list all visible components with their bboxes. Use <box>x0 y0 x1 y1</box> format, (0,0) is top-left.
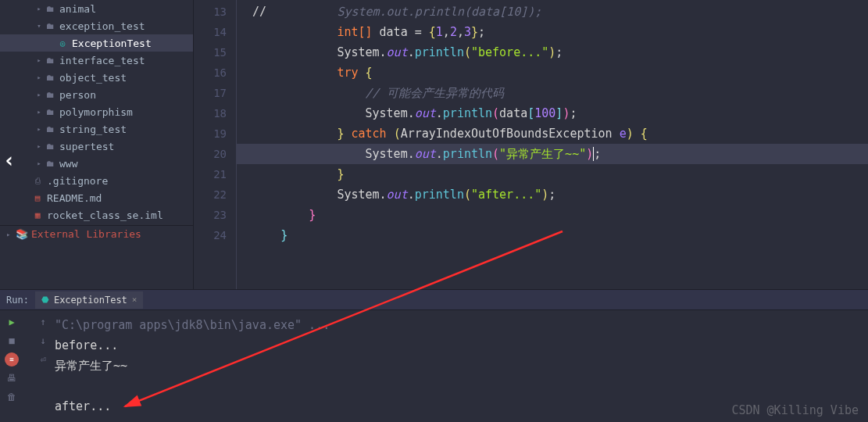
folder-icon: 🖿 <box>44 21 56 31</box>
delete-button[interactable]: 🗑 <box>5 390 19 404</box>
console-line: before... <box>55 335 862 356</box>
code-line-16[interactable]: try { <box>237 63 868 83</box>
folder-icon: 🖿 <box>44 73 56 83</box>
tree-item-animal[interactable]: ▸🖿animal <box>0 0 193 17</box>
tree-item-ExceptionTest[interactable]: ◎ExceptionTest <box>0 34 193 52</box>
tree-item-rocket-class-se-iml[interactable]: ▦rocket_class_se.iml <box>0 206 193 224</box>
tree-item-label: string_test <box>59 123 127 135</box>
tree-item-string-test[interactable]: ▸🖿string_test <box>0 120 193 138</box>
line-number: 17 <box>194 83 236 103</box>
iml-icon: ▦ <box>31 210 44 220</box>
tree-item--gitignore[interactable]: ⎙.gitignore <box>0 172 193 189</box>
code-line-20[interactable]: System.out.println("异常产生了~~"); <box>237 144 868 164</box>
class-icon: ◎ <box>56 38 69 48</box>
code-line-21[interactable]: } <box>237 164 868 184</box>
tree-item-person[interactable]: ▸🖿person <box>0 86 193 103</box>
folder-icon: 🖿 <box>44 159 56 169</box>
tree-item-label: object_test <box>59 72 127 84</box>
tree-item-interface-test[interactable]: ▸🖿interface_test <box>0 52 193 69</box>
chevron-icon[interactable]: ▸ <box>34 73 44 81</box>
tree-item-object-test[interactable]: ▸🖿object_test <box>0 69 193 86</box>
line-number: 24 <box>194 225 236 245</box>
tree-item-label: ExceptionTest <box>72 38 152 49</box>
line-gutter: 131415161718192021222324 <box>194 0 237 289</box>
line-number: 16 <box>194 63 236 83</box>
run-panel: Run: ⬣ ExceptionTest × ▶ ■ ≡ 🖶 🗑 ↑ ↓ ⏎ "… <box>0 289 868 422</box>
external-libraries[interactable]: ▸ 📚 External Libraries <box>0 225 193 242</box>
tree-item-label: polymorphism <box>59 106 133 118</box>
folder-icon: 🖿 <box>44 124 56 134</box>
line-number: 15 <box>194 42 236 63</box>
chevron-icon[interactable]: ▸ <box>34 159 44 167</box>
code-line-18[interactable]: System.out.println(data[100]); <box>237 103 868 123</box>
line-number: 13 <box>194 2 236 22</box>
chevron-icon[interactable]: ▸ <box>34 91 44 98</box>
chevron-icon[interactable]: ▸ <box>34 5 44 13</box>
tree-item-label: .gitignore <box>47 175 108 187</box>
folder-icon: 🖿 <box>44 55 56 66</box>
print-button[interactable]: 🖶 <box>5 371 19 385</box>
folder-icon: 🖿 <box>44 4 56 14</box>
console-line <box>55 376 862 396</box>
folder-icon: 🖿 <box>44 141 56 152</box>
line-number: 20 <box>194 144 236 164</box>
tree-item-label: supertest <box>59 141 114 152</box>
tree-item-polymorphism[interactable]: ▸🖿polymorphism <box>0 103 193 120</box>
tree-item-README-md[interactable]: ▤README.md <box>0 189 193 206</box>
chevron-icon[interactable]: ▸ <box>34 125 44 133</box>
run-label: Run: <box>6 295 29 306</box>
tree-item-label: www <box>59 158 77 170</box>
code-line-13[interactable]: // System.out.println(data[10]); <box>237 2 868 22</box>
layout-button[interactable]: ≡ <box>5 352 19 367</box>
run-tab-label: ExceptionTest <box>54 295 127 306</box>
line-number: 18 <box>194 103 236 123</box>
console-line: "C:\program apps\jdk8\bin\java.exe" ... <box>55 315 862 335</box>
code-line-17[interactable]: // 可能会产生异常的代码 <box>237 83 868 103</box>
chevron-icon[interactable]: ▸ <box>34 56 44 64</box>
code-editor[interactable]: 131415161718192021222324 // System.out.p… <box>194 0 868 289</box>
rerun-button[interactable]: ▶ <box>5 315 19 329</box>
line-number: 19 <box>194 123 236 144</box>
run-config-icon: ⬣ <box>41 295 49 305</box>
tree-item-www[interactable]: ▸🖿www <box>0 155 193 172</box>
tree-item-label: animal <box>59 3 96 15</box>
chevron-icon[interactable]: ▾ <box>34 22 44 30</box>
line-number: 22 <box>194 184 236 205</box>
code-line-19[interactable]: } catch (ArrayIndexOutOfBoundsException … <box>237 123 868 144</box>
tree-item-supertest[interactable]: ▸🖿supertest <box>0 138 193 155</box>
tree-item-label: exception_test <box>59 20 145 32</box>
code-line-15[interactable]: System.out.println("before..."); <box>237 42 868 63</box>
line-number: 23 <box>194 205 236 225</box>
run-tab[interactable]: ⬣ ExceptionTest × <box>35 291 144 309</box>
line-number: 21 <box>194 164 236 184</box>
tree-item-label: rocket_class_se.iml <box>47 209 163 221</box>
line-number: 14 <box>194 22 236 42</box>
folder-icon: 🖿 <box>44 90 56 100</box>
readme-icon: ▤ <box>31 193 44 203</box>
tree-item-label: README.md <box>47 192 102 204</box>
watermark: CSDN @Killing Vibe <box>731 403 859 417</box>
console-line: 异常产生了~~ <box>55 356 862 376</box>
code-line-14[interactable]: int[] data = {1,2,3}; <box>237 22 868 42</box>
chevron-icon[interactable]: ▸ <box>34 142 44 150</box>
code-line-22[interactable]: System.out.println("after..."); <box>237 184 868 205</box>
tree-item-label: person <box>59 89 96 101</box>
close-icon[interactable]: × <box>132 295 138 305</box>
chevron-icon[interactable]: ▸ <box>34 108 44 116</box>
folder-icon: 🖿 <box>44 107 56 117</box>
code-line-23[interactable]: } <box>237 205 868 225</box>
code-line-24[interactable]: } <box>237 225 868 245</box>
tree-item-label: interface_test <box>59 55 145 66</box>
git-icon: ⎙ <box>31 176 44 186</box>
project-tree: ▸🖿animal▾🖿exception_test◎ExceptionTest▸🖿… <box>0 0 194 289</box>
stop-button[interactable]: ■ <box>5 334 19 348</box>
sidebar-collapse-chevron[interactable]: ‹ <box>3 148 16 172</box>
tree-item-exception-test[interactable]: ▾🖿exception_test <box>0 17 193 34</box>
